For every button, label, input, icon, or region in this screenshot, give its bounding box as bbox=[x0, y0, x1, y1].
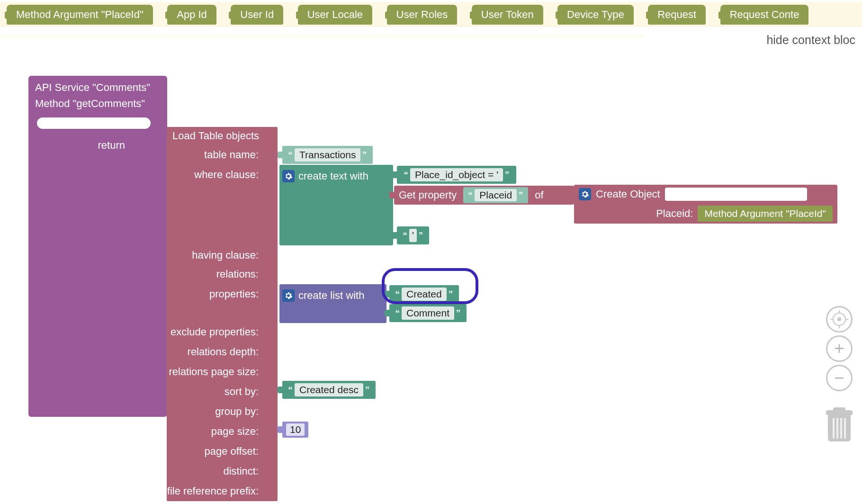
text-block-sort-by[interactable]: ❝ Created desc ❞ bbox=[282, 381, 376, 399]
close-quote-icon: ❞ bbox=[360, 150, 369, 160]
text-block-table-name[interactable]: ❝ Transactions ❞ bbox=[282, 146, 373, 164]
property-created-value[interactable]: Created bbox=[402, 288, 447, 301]
property-name-input[interactable]: ❝ Placeid ❞ bbox=[463, 187, 528, 203]
create-list-with-label: create list with bbox=[298, 289, 364, 302]
api-service-name: API Service "Comments" bbox=[35, 80, 159, 96]
load-table-block[interactable]: Load Table objects table name: where cla… bbox=[167, 127, 278, 501]
gear-icon[interactable] bbox=[579, 188, 591, 200]
label-exclude-properties: exclude properties: bbox=[167, 326, 264, 342]
open-quote-icon: ❝ bbox=[286, 385, 295, 395]
label-file-reference-prefix: file reference prefix: bbox=[167, 485, 264, 497]
close-quote-icon: ❞ bbox=[517, 190, 525, 200]
open-quote-icon: ❝ bbox=[401, 230, 409, 241]
text-block-property-created[interactable]: ❝ Created ❞ bbox=[389, 285, 459, 303]
context-block-user-token[interactable]: User Token bbox=[472, 5, 543, 25]
label-relations-page-size: relations page size: bbox=[167, 366, 264, 378]
text-block-where-part1[interactable]: ❝ Place_id_object = ' ❞ bbox=[397, 166, 516, 184]
get-property-block[interactable]: Get property ❝ Placeid ❞ of bbox=[394, 186, 574, 205]
label-distinct: distinct: bbox=[167, 465, 264, 477]
create-object-label: Create Object bbox=[596, 188, 660, 200]
label-relations: relations: bbox=[167, 268, 264, 280]
context-block-request-context[interactable]: Request Conte bbox=[720, 5, 809, 25]
api-body-slot[interactable] bbox=[37, 117, 151, 129]
table-name-value[interactable]: Transactions bbox=[295, 148, 360, 162]
close-quote-icon: ❞ bbox=[417, 230, 425, 241]
label-sort-by: sort by: bbox=[167, 386, 264, 398]
zoom-out-button[interactable]: − bbox=[826, 365, 853, 391]
context-block-user-locale[interactable]: User Locale bbox=[298, 5, 372, 25]
blockly-canvas[interactable]: API Service "Comments" Method "getCommen… bbox=[0, 57, 862, 504]
center-view-button[interactable] bbox=[826, 306, 853, 333]
create-object-block[interactable]: Create Object Placeid: Method Argument "… bbox=[574, 185, 837, 224]
of-label: of bbox=[528, 189, 550, 201]
where-part1-value[interactable]: Place_id_object = ' bbox=[410, 168, 503, 181]
context-block-method-arg-placeid[interactable]: Method Argument "PlaceId" bbox=[7, 5, 153, 25]
open-quote-icon: ❝ bbox=[393, 289, 402, 299]
api-header: API Service "Comments" Method "getCommen… bbox=[28, 76, 167, 117]
close-quote-icon: ❞ bbox=[363, 385, 372, 395]
zoom-in-button[interactable]: + bbox=[826, 335, 853, 362]
label-properties: properties: bbox=[167, 288, 264, 300]
sort-by-value[interactable]: Created desc bbox=[295, 383, 363, 396]
api-method-name: Method "getComments" bbox=[35, 96, 159, 112]
context-block-user-roles[interactable]: User Roles bbox=[387, 5, 458, 25]
open-quote-icon: ❝ bbox=[286, 150, 295, 160]
number-block-page-size[interactable]: 10 bbox=[282, 422, 308, 438]
create-object-field-label: Placeid: bbox=[656, 207, 693, 220]
context-bar-underline bbox=[0, 34, 644, 39]
create-text-with-label: create text with bbox=[298, 170, 368, 182]
context-block-app-id[interactable]: App Id bbox=[167, 5, 216, 25]
canvas-tools: + − bbox=[825, 306, 853, 441]
get-property-label: Get property bbox=[399, 189, 457, 201]
return-label: return bbox=[32, 135, 132, 155]
text-block-where-part3[interactable]: ❝ ' ❞ bbox=[397, 226, 429, 244]
label-group-by: group by: bbox=[167, 405, 264, 418]
where-part3-value[interactable]: ' bbox=[409, 229, 417, 242]
open-quote-icon: ❝ bbox=[402, 170, 410, 180]
open-quote-icon: ❝ bbox=[393, 308, 402, 318]
create-text-with-block[interactable]: create text with bbox=[279, 165, 393, 245]
context-block-user-id[interactable]: User Id bbox=[231, 5, 283, 25]
method-argument-placeid-block[interactable]: Method Argument "PlaceId" bbox=[698, 206, 833, 222]
close-quote-icon: ❞ bbox=[454, 308, 463, 318]
page-size-value[interactable]: 10 bbox=[286, 423, 305, 436]
gear-icon[interactable] bbox=[282, 289, 295, 302]
label-page-size: page size: bbox=[167, 425, 264, 438]
label-table-name: table name: bbox=[167, 149, 264, 161]
text-block-property-comment[interactable]: ❝ Comment ❞ bbox=[389, 304, 467, 322]
close-quote-icon: ❞ bbox=[503, 170, 512, 180]
property-comment-value[interactable]: Comment bbox=[402, 306, 454, 320]
hide-context-blocks-link[interactable]: hide context bloc bbox=[766, 33, 855, 47]
trash-button[interactable] bbox=[825, 407, 853, 441]
context-block-device-type[interactable]: Device Type bbox=[557, 5, 634, 25]
label-having-clause: having clause: bbox=[167, 185, 264, 261]
svg-point-1 bbox=[838, 318, 841, 321]
load-table-title: Load Table objects bbox=[167, 127, 278, 145]
context-block-request[interactable]: Request bbox=[648, 5, 706, 25]
close-quote-icon: ❞ bbox=[447, 289, 455, 299]
context-bar: Method Argument "PlaceId" App Id User Id… bbox=[0, 2, 862, 27]
gear-icon[interactable] bbox=[282, 170, 295, 182]
create-object-slot[interactable] bbox=[665, 188, 807, 201]
property-name-value[interactable]: Placeid bbox=[475, 189, 517, 201]
label-page-offset: page offset: bbox=[167, 445, 264, 458]
label-relations-depth: relations depth: bbox=[167, 346, 264, 358]
create-list-with-block[interactable]: create list with bbox=[279, 284, 386, 323]
api-service-block[interactable]: API Service "Comments" Method "getCommen… bbox=[28, 76, 167, 417]
open-quote-icon: ❝ bbox=[466, 190, 475, 200]
label-where-clause: where clause: bbox=[167, 169, 264, 181]
